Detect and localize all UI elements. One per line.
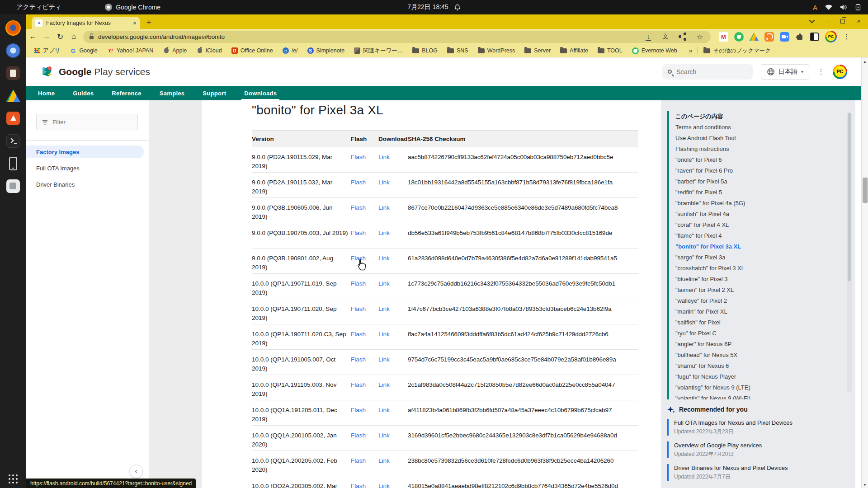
back-button[interactable]: ←	[26, 32, 40, 41]
bookmark-item[interactable]: SNS	[447, 47, 468, 54]
recommended-item-title[interactable]: Full OTA Images for Nexus and Pixel Devi…	[674, 419, 844, 427]
dock-app-icon[interactable]	[5, 42, 21, 59]
flash-link[interactable]: Flash	[351, 179, 366, 186]
download-link[interactable]: Link	[378, 230, 390, 236]
minimize-button[interactable]: –	[825, 17, 829, 25]
bookmark-item[interactable]: iCloud	[196, 47, 222, 54]
site-tab[interactable]: Reference	[103, 86, 151, 100]
toc-item[interactable]: "volantisg" for Nexus 9 (LTE)	[675, 382, 844, 393]
extension-icon[interactable]	[719, 32, 728, 42]
flash-link[interactable]: Flash	[351, 331, 366, 338]
flash-link[interactable]: Flash	[351, 483, 366, 488]
window-close-button[interactable]: ×	[857, 17, 861, 25]
extension-icon[interactable]	[750, 33, 759, 41]
toc-item[interactable]: "raven" for Pixel 6 Pro	[675, 165, 844, 176]
tab-search-chevron-icon[interactable]	[809, 18, 815, 23]
left-nav-item[interactable]: Factory Images	[26, 145, 144, 158]
download-link[interactable]: Link	[378, 432, 390, 439]
toc-scrollbar-thumb[interactable]	[848, 113, 851, 281]
extension-icon[interactable]	[810, 33, 819, 41]
toc-item[interactable]: "sailfish" for Pixel	[675, 317, 844, 328]
browser-profile-avatar[interactable]: PC	[825, 31, 837, 42]
other-bookmarks-folder[interactable]: その他のブックマーク	[703, 47, 770, 55]
recommended-item-title[interactable]: Overview of Google Play services	[674, 441, 844, 450]
url-text[interactable]: developers.google.com/android/images#bon…	[98, 33, 639, 40]
bookmark-item[interactable]: /e/	[283, 47, 298, 54]
bookmark-item[interactable]: Yahoo! JAPAN	[107, 47, 154, 54]
reload-button[interactable]: ↻	[53, 32, 67, 42]
download-link[interactable]: Link	[378, 204, 390, 211]
dock-app-icon[interactable]	[5, 88, 21, 104]
download-link[interactable]: Link	[378, 457, 390, 464]
show-applications-icon[interactable]	[9, 474, 18, 483]
tab-close-icon[interactable]: ×	[133, 19, 137, 27]
recommended-item[interactable]: Overview of Google Play services Updated…	[667, 441, 844, 458]
share-icon[interactable]	[678, 32, 687, 41]
download-link[interactable]: Link	[378, 154, 390, 160]
toc-item[interactable]: "barbet" for Pixel 5a	[675, 176, 844, 187]
flash-link[interactable]: Flash	[351, 381, 366, 388]
flash-link[interactable]: Flash	[351, 280, 366, 287]
toc-item[interactable]: "coral" for Pixel 4 XL	[675, 220, 844, 230]
extension-icon[interactable]	[734, 32, 744, 42]
download-link[interactable]: Link	[378, 331, 390, 338]
bookmark-item[interactable]: Apple	[163, 47, 187, 54]
recommended-item[interactable]: Driver Binaries for Nexus and Pixel Devi…	[667, 464, 844, 481]
download-link[interactable]: Link	[378, 280, 390, 287]
extension-icon[interactable]	[780, 32, 789, 42]
toc-item[interactable]: "flame" for Pixel 4	[675, 230, 844, 241]
flash-link[interactable]: Flash	[351, 204, 366, 211]
toc-item[interactable]: "sunfish" for Pixel 4a	[675, 209, 844, 220]
download-link[interactable]: Link	[378, 407, 390, 413]
site-profile-avatar[interactable]: PC	[833, 65, 847, 79]
toc-item[interactable]: "bonito" for Pixel 3a XL	[675, 241, 844, 252]
bookmark-star-icon[interactable]	[695, 32, 704, 41]
forward-button[interactable]: →	[40, 32, 53, 41]
recommended-item[interactable]: Full OTA Images for Nexus and Pixel Devi…	[667, 419, 844, 436]
toc-item[interactable]: "blueline" for Pixel 3	[675, 274, 844, 285]
page-scrollbar[interactable]: ▲ ▼	[861, 57, 868, 488]
scroll-up-icon[interactable]: ▲	[862, 60, 868, 64]
collapse-nav-button[interactable]: ‹	[129, 465, 143, 478]
toc-item[interactable]: "ryu" for Pixel C	[675, 328, 844, 339]
browser-menu-kebab-icon[interactable]: ⋮	[843, 33, 850, 41]
system-status-area[interactable]: A	[813, 4, 862, 11]
toc-item[interactable]: "redfin" for Pixel 5	[675, 187, 844, 198]
bookmark-item[interactable]: WordPress	[478, 47, 515, 54]
toc-item[interactable]: "oriole" for Pixel 6	[675, 155, 844, 165]
address-bar[interactable]: developers.google.com/android/images#bon…	[83, 31, 711, 43]
site-kebab-icon[interactable]: ⋮	[817, 67, 825, 76]
scrollbar-thumb[interactable]	[863, 178, 868, 203]
dock-app-icon[interactable]	[5, 155, 21, 172]
bookmark-item[interactable]: Office Online	[231, 47, 273, 54]
flash-link[interactable]: Flash	[351, 154, 366, 160]
toc-item[interactable]: Use Android Flash Tool	[675, 133, 844, 144]
clock-menu[interactable]: 7月22日 18:45	[407, 3, 460, 11]
home-button[interactable]: ⌂	[67, 32, 80, 41]
bookmark-item[interactable]: Evernote Web	[632, 47, 677, 54]
download-link[interactable]: Link	[378, 179, 390, 186]
translate-icon[interactable]	[661, 32, 670, 41]
flash-link[interactable]: Flash	[351, 305, 366, 312]
download-link[interactable]: Link	[378, 255, 390, 262]
toc-item[interactable]: "shamu" for Nexus 6	[675, 361, 844, 371]
site-tab[interactable]: Downloads	[235, 86, 286, 100]
bookmarks-overflow-icon[interactable]: »	[689, 47, 693, 54]
site-tab[interactable]: Samples	[151, 86, 194, 100]
new-tab-button[interactable]: +	[146, 18, 151, 28]
browser-tab[interactable]: ‹› Factory Images for Nexus ×	[32, 17, 140, 29]
download-link[interactable]: Link	[378, 381, 390, 388]
language-selector[interactable]: 日本語 ▾	[761, 64, 809, 80]
toc-item[interactable]: "bramble" for Pixel 4a (5G)	[675, 198, 844, 209]
download-link[interactable]: Link	[378, 356, 390, 363]
flash-link[interactable]: Flash	[351, 356, 366, 363]
flash-link[interactable]: Flash	[351, 432, 366, 439]
focused-app-indicator[interactable]: Google Chrome	[105, 4, 160, 11]
toc-item[interactable]: "fugu" for Nexus Player	[675, 371, 844, 382]
filter-input[interactable]	[52, 119, 125, 126]
activities-button[interactable]: アクティビティ	[16, 3, 61, 11]
toc-item[interactable]: "crosshatch" for Pixel 3 XL	[675, 263, 844, 274]
filter-box[interactable]	[36, 114, 138, 130]
toc-item[interactable]: "volantis" for Nexus 9 (Wi-Fi)	[675, 393, 844, 399]
toc-item[interactable]: Terms and conditions	[675, 122, 844, 133]
